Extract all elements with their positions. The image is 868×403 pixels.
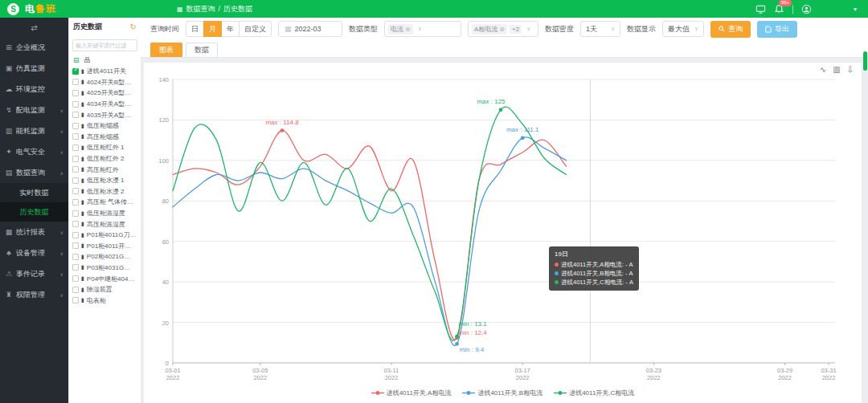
tree-item[interactable]: ▮P02柜4021G刀闸 ...	[71, 251, 139, 263]
tree-item[interactable]: ▮P03柜4031G刀闸 ...	[71, 263, 139, 274]
tree-item[interactable]: ▮高压柜 气体传感器	[71, 197, 139, 208]
tree-item[interactable]: ▮低压柜水浸 2	[71, 186, 139, 197]
sidebar-item-4[interactable]: ↯配电监测∨	[0, 100, 68, 120]
checkbox[interactable]	[72, 90, 79, 96]
tree-item[interactable]: ▮电表柜	[71, 295, 139, 306]
tree-item[interactable]: ▮低压柜红外 1	[71, 142, 139, 153]
checkbox[interactable]	[72, 199, 79, 206]
tree-item-label: P02柜4021G刀闸 ...	[87, 252, 137, 261]
checkbox[interactable]	[72, 101, 79, 108]
tree-item[interactable]: ▮4025开关B型厂房1-...	[71, 88, 139, 99]
checkbox[interactable]	[72, 188, 79, 194]
refresh-icon[interactable]: ↻	[130, 22, 137, 31]
checkbox[interactable]	[72, 242, 79, 249]
sidebar-item-11[interactable]: ♜权限管理∨	[0, 284, 68, 305]
tree-item[interactable]: ▮进线4011开关	[71, 66, 139, 77]
checkbox[interactable]	[72, 68, 79, 75]
history-chart[interactable]: 02040608010012014003-01202203-05202203-1…	[144, 63, 862, 403]
checkbox[interactable]	[72, 232, 79, 238]
sidebar-item-8[interactable]: ▦统计报表∨	[0, 222, 68, 242]
remove-tag-icon[interactable]: ⊗	[499, 26, 505, 33]
checkbox[interactable]	[72, 275, 79, 282]
user-avatar-icon[interactable]	[801, 4, 812, 14]
remove-tag-icon[interactable]: ⊗	[405, 26, 411, 33]
filter-tag[interactable]: 电流⊗	[388, 24, 413, 35]
tree-item[interactable]: ▮P04中继柜4041G刀...	[71, 273, 139, 284]
tab-数据[interactable]: 数据	[186, 43, 218, 57]
time-option-月[interactable]: 月	[203, 21, 222, 37]
time-option-年[interactable]: 年	[221, 21, 240, 37]
checkbox[interactable]	[72, 264, 79, 271]
sidebar-item-7[interactable]: ▤数据查询∧	[0, 162, 68, 183]
date-value: 2022-03	[295, 25, 321, 33]
tree-item[interactable]: ▮低压柜烟感	[71, 120, 139, 132]
tree-item[interactable]: ▮低压柜水浸 1	[71, 175, 139, 186]
phase-select[interactable]: A相电流⊗ +2 ∨	[468, 21, 538, 37]
checkbox[interactable]	[72, 254, 79, 260]
checkbox[interactable]	[72, 210, 79, 217]
checkbox[interactable]	[72, 133, 79, 140]
tree-item[interactable]: ▮高压柜温湿度	[71, 218, 139, 230]
sidebar-collapse-icon[interactable]: ⇄	[0, 18, 68, 37]
sidebar-item-3[interactable]: ☁环境监控	[0, 79, 68, 100]
sidebar-item-6[interactable]: ✦电气安全∨	[0, 141, 68, 162]
sidebar-item-5[interactable]: ▥能耗监测∨	[0, 120, 68, 141]
breadcrumb-section[interactable]: 数据查询	[186, 4, 215, 14]
filter-tag[interactable]: A相电流⊗	[472, 24, 507, 35]
density-select[interactable]: 1天 ∨	[580, 21, 620, 37]
tree-item[interactable]: ▮低压柜温湿度	[71, 208, 139, 219]
display-select[interactable]: 最大值 ∨	[662, 21, 704, 37]
check-all-icon[interactable]: ⊟	[73, 56, 80, 64]
checkbox[interactable]	[72, 79, 79, 85]
tree-item[interactable]: ▮高压柜烟感	[71, 132, 139, 143]
screen-icon[interactable]	[755, 4, 766, 14]
svg-text:2022: 2022	[253, 374, 267, 381]
device-icon: ▮	[81, 188, 84, 194]
tree-item[interactable]: ▮P01柜4011开关 测温	[71, 241, 139, 252]
sidebar-submenu: 实时数据历史数据	[0, 183, 68, 222]
tree-item[interactable]: ▮除湿装置	[71, 284, 139, 295]
tree-search-input[interactable]	[72, 39, 137, 51]
checkbox[interactable]	[72, 166, 79, 173]
checkbox[interactable]	[72, 145, 79, 151]
checkbox[interactable]	[72, 123, 79, 129]
tree-item-label: 低压柜烟感	[87, 121, 119, 130]
sidebar-item-2[interactable]: ▣仿真监测	[0, 58, 68, 79]
legend-item[interactable]: 进线4011开关,B相电流	[462, 389, 542, 397]
tree-expand-icon[interactable]: 品	[84, 55, 91, 64]
tree-item[interactable]: ▮4034开关A型厂房1-...	[71, 99, 139, 110]
checkbox[interactable]	[72, 287, 79, 293]
download-image-icon[interactable]: ⇩	[847, 65, 854, 74]
sidebar-item-9[interactable]: ♣设备管理∨	[0, 242, 68, 263]
line-chart-toggle-icon[interactable]: ∿	[820, 65, 826, 74]
checkbox[interactable]	[72, 177, 79, 184]
checkbox[interactable]	[72, 112, 79, 118]
app-header: S 电鲁班 ▦ 数据查询 / 历史数据 99+ ▾	[0, 0, 868, 18]
tab-图表[interactable]: 图表	[150, 43, 182, 57]
tree-item[interactable]: ▮高压柜红外	[71, 164, 139, 175]
export-button[interactable]: 导出	[757, 21, 797, 38]
user-menu-caret-icon[interactable]: ▾	[854, 6, 857, 13]
sidebar-subitem[interactable]: 实时数据	[0, 183, 68, 202]
date-picker[interactable]: ▦ 2022-03	[278, 21, 342, 37]
page-scrollbar-thumb[interactable]	[863, 51, 867, 71]
datatype-select[interactable]: 电流⊗ ∨	[384, 21, 461, 37]
time-option-日[interactable]: 日	[186, 21, 204, 37]
sidebar-item-10[interactable]: ⚠事件记录∨	[0, 263, 68, 284]
tree-item[interactable]: ▮P01柜4011G刀闸 ...	[71, 230, 139, 241]
sidebar-subitem[interactable]: 历史数据	[0, 202, 68, 222]
tree-item[interactable]: ▮低压柜红外 2	[71, 153, 139, 165]
legend-item[interactable]: 进线4011开关,A相电流	[371, 389, 452, 397]
sidebar-item-1[interactable]: ⊞企业概况	[0, 37, 68, 58]
checkbox[interactable]	[72, 221, 79, 227]
notification-bell[interactable]: 99+	[774, 4, 784, 14]
bar-chart-toggle-icon[interactable]: ▥	[833, 65, 840, 74]
tree-item[interactable]: ▮4035开关A型厂房1-...	[71, 109, 139, 120]
query-button[interactable]: 查询	[710, 21, 751, 38]
time-option-自定义[interactable]: 自定义	[239, 21, 272, 37]
tree-item[interactable]: ▮4024开关B型厂房1-...	[71, 77, 139, 88]
legend-item[interactable]: 进线4011开关,C相电流	[554, 389, 634, 397]
checkbox[interactable]	[72, 156, 79, 162]
app-logo-icon: S	[7, 3, 19, 15]
checkbox[interactable]	[72, 297, 79, 303]
